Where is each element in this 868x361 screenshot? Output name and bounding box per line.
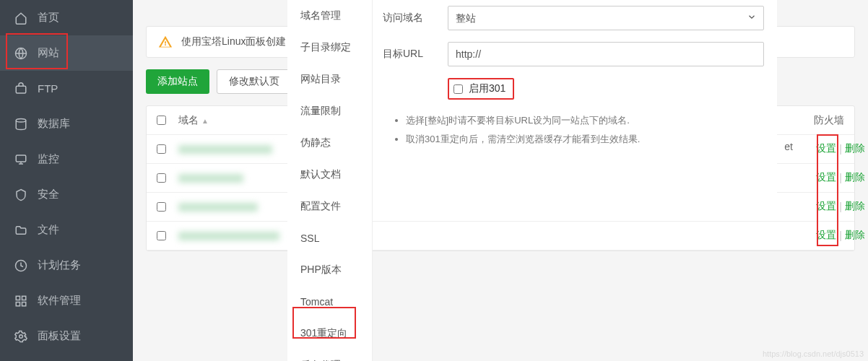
column-firewall: 防火墙 <box>804 114 854 127</box>
watermark: https://blog.csdn.net/djs0513 <box>763 349 864 358</box>
enable-301-label: 启用301 <box>469 82 505 95</box>
menu-php-version[interactable]: PHP版本 <box>287 254 372 286</box>
domain-link[interactable] <box>178 203 258 212</box>
sidebar-item-file[interactable]: 文件 <box>0 212 133 248</box>
row-checkbox[interactable] <box>157 144 166 154</box>
menu-reverse-proxy[interactable]: 反向代理 <box>287 349 372 361</box>
clock-icon <box>14 259 27 272</box>
sidebar: 首页 网站 FTP 数据库 监控 安全 文件 计划任务 软件管理 面板设置 <box>0 0 133 361</box>
sidebar-item-home[interactable]: 首页 <box>0 0 133 35</box>
label-target-url: 目标URL <box>383 48 448 61</box>
modal-menu: 域名管理 子目录绑定 网站目录 流量限制 伪静态 默认文档 配置文件 SSL P… <box>287 0 373 361</box>
svg-rect-6 <box>22 296 26 300</box>
grid-icon <box>14 295 27 308</box>
settings-link[interactable]: 设置 <box>816 229 836 242</box>
sidebar-label: 网站 <box>38 46 59 60</box>
svg-rect-8 <box>22 302 26 305</box>
alert-text: 使用宝塔Linux面板创建 <box>181 35 286 48</box>
row-checkbox[interactable] <box>157 231 166 240</box>
menu-default-doc[interactable]: 默认文档 <box>287 159 372 191</box>
menu-301-redirect[interactable]: 301重定向 <box>287 318 372 349</box>
svg-point-9 <box>19 334 23 338</box>
domain-link[interactable] <box>178 174 243 183</box>
menu-site-dir[interactable]: 网站目录 <box>287 64 372 95</box>
sidebar-label: 软件管理 <box>38 294 81 308</box>
sidebar-label: FTP <box>38 82 58 95</box>
delete-link[interactable]: 删除 <box>845 229 865 242</box>
row-checkbox[interactable] <box>157 202 166 212</box>
sidebar-label: 面板设置 <box>38 329 81 343</box>
enable-301-checkbox[interactable] <box>453 84 463 94</box>
row-checkbox[interactable] <box>157 173 166 183</box>
menu-config-file[interactable]: 配置文件 <box>287 191 372 222</box>
svg-rect-7 <box>16 302 19 305</box>
database-icon <box>14 118 27 131</box>
home-icon <box>14 12 27 25</box>
domain-link[interactable] <box>178 232 279 240</box>
sort-icon: ▲ <box>201 117 209 125</box>
sidebar-label: 文件 <box>38 223 59 237</box>
select-all-checkbox[interactable] <box>157 116 166 125</box>
sidebar-label: 监控 <box>38 152 59 166</box>
modal-form: 访问域名 整站 目标URL 启用301 选择[整站]时请不要将目标URL设为同一… <box>373 0 777 217</box>
add-site-button[interactable]: 添加站点 <box>146 69 209 94</box>
sidebar-label: 数据库 <box>38 117 70 131</box>
tips-list: 选择[整站]时请不要将目标URL设为同一站点下的域名. 取消301重定向后，需清… <box>386 111 764 149</box>
svg-rect-3 <box>16 155 26 162</box>
partial-text: et <box>784 141 793 152</box>
sidebar-item-settings[interactable]: 面板设置 <box>0 318 133 354</box>
menu-domain-manage[interactable]: 域名管理 <box>287 0 372 32</box>
menu-rewrite[interactable]: 伪静态 <box>287 127 372 159</box>
folder-icon <box>14 224 27 237</box>
table-row <box>147 222 854 251</box>
warning-icon <box>158 35 173 49</box>
menu-traffic-limit[interactable]: 流量限制 <box>287 95 372 127</box>
svg-point-2 <box>16 118 26 122</box>
delete-link[interactable]: 删除 <box>845 200 865 213</box>
sidebar-item-monitor[interactable]: 监控 <box>0 142 133 177</box>
menu-tomcat[interactable]: Tomcat <box>287 286 372 318</box>
ftp-icon <box>14 82 27 95</box>
sidebar-label: 安全 <box>38 188 59 201</box>
sidebar-item-cron[interactable]: 计划任务 <box>0 248 133 283</box>
domain-link[interactable] <box>178 145 272 154</box>
label-access-domain: 访问域名 <box>383 12 448 25</box>
shield-icon <box>14 188 27 201</box>
tip-item: 取消301重定向后，需清空浏览器缓存才能看到生效结果. <box>406 130 764 149</box>
access-domain-select[interactable]: 整站 <box>448 6 764 30</box>
sidebar-label: 计划任务 <box>38 258 81 272</box>
delete-link[interactable]: 删除 <box>845 171 865 184</box>
svg-rect-5 <box>16 296 19 300</box>
settings-link[interactable]: 设置 <box>816 171 836 184</box>
settings-link[interactable]: 设置 <box>816 200 836 213</box>
sidebar-item-ftp[interactable]: FTP <box>0 71 133 106</box>
delete-link[interactable]: 删除 <box>845 142 865 155</box>
globe-icon <box>14 47 27 60</box>
tip-item: 选择[整站]时请不要将目标URL设为同一站点下的域名. <box>406 111 764 130</box>
modify-default-button[interactable]: 修改默认页 <box>217 69 292 94</box>
settings-link[interactable]: 设置 <box>816 142 836 155</box>
sidebar-item-security[interactable]: 安全 <box>0 177 133 212</box>
menu-subdir-bind[interactable]: 子目录绑定 <box>287 32 372 64</box>
enable-301-checkbox-area[interactable]: 启用301 <box>448 78 514 100</box>
monitor-icon <box>14 153 27 166</box>
row-actions: 设置|删除 设置|删除 设置|删除 设置|删除 <box>816 134 865 250</box>
sidebar-item-website[interactable]: 网站 <box>0 35 133 71</box>
sidebar-label: 首页 <box>38 11 59 25</box>
svg-rect-1 <box>16 86 26 93</box>
sidebar-item-database[interactable]: 数据库 <box>0 106 133 142</box>
sidebar-item-software[interactable]: 软件管理 <box>0 283 133 318</box>
menu-ssl[interactable]: SSL <box>287 222 372 254</box>
target-url-input[interactable] <box>448 42 764 66</box>
gear-icon <box>14 330 27 343</box>
